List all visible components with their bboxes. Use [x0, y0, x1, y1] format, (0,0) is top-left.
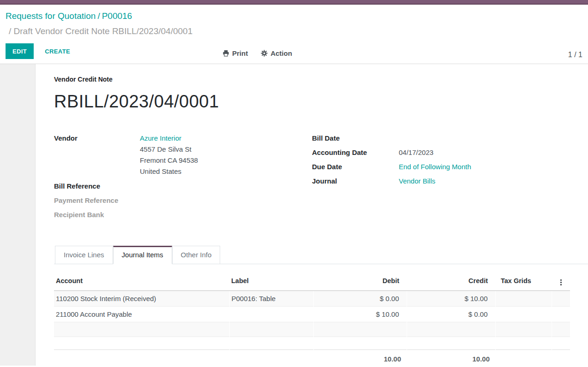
field-payment-reference: Payment Reference [54, 195, 312, 206]
action-button[interactable]: Action [261, 49, 292, 57]
cell-debit[interactable]: $ 0.00 [313, 291, 407, 307]
field-accounting-date: Accounting Date 04/17/2023 [312, 147, 588, 158]
vendor-address-line3: United States [140, 166, 198, 177]
cell-tax-grids[interactable] [495, 307, 552, 322]
journal-label: Journal [312, 176, 399, 187]
journal-items-table-wrap: Account Label Debit Credit Tax Grids 110… [54, 271, 588, 367]
payment-reference-label: Payment Reference [54, 195, 140, 206]
breadcrumb-current: / Draft Vendor Credit Note RBILL/2023/04… [9, 26, 582, 37]
table-row[interactable]: 211000 Account Payable $ 10.00 $ 0.00 [54, 307, 570, 322]
cell-account[interactable]: 211000 Account Payable [54, 307, 229, 322]
main-area: Vendor Credit Note RBILL/2023/04/0001 Ve… [0, 64, 588, 366]
breadcrumb-link-p00016[interactable]: P00016 [102, 11, 132, 21]
left-gutter [0, 64, 36, 366]
cell-credit[interactable]: $ 0.00 [407, 307, 495, 322]
app-brand-bar [0, 0, 588, 5]
cell-label[interactable] [229, 307, 313, 322]
column-header-account[interactable]: Account [54, 271, 229, 291]
journal-items-table: Account Label Debit Credit Tax Grids 110… [54, 271, 570, 367]
table-row-empty[interactable] [54, 322, 570, 337]
column-header-debit[interactable]: Debit [313, 271, 407, 291]
field-journal: Journal Vendor Bills [312, 176, 588, 187]
kebab-menu-icon[interactable] [558, 278, 564, 286]
field-vendor: Vendor Azure Interior 4557 De Silva St F… [54, 133, 312, 177]
table-header-row: Account Label Debit Credit Tax Grids [54, 271, 570, 291]
cell-tax-grids[interactable] [495, 291, 552, 307]
cell-debit[interactable]: $ 10.00 [313, 307, 407, 322]
print-action-group: Print Action [222, 49, 292, 57]
vendor-link[interactable]: Azure Interior [140, 134, 181, 142]
bill-reference-label: Bill Reference [54, 181, 140, 192]
edit-button[interactable]: EDIT [6, 43, 34, 59]
column-header-label[interactable]: Label [229, 271, 313, 291]
field-due-date: Due Date End of Following Month [312, 161, 588, 172]
printer-icon [222, 50, 229, 57]
accounting-date-value: 04/17/2023 [399, 147, 433, 158]
vendor-address-line2: Fremont CA 94538 [140, 155, 198, 166]
due-date-link[interactable]: End of Following Month [399, 163, 471, 171]
field-bill-date: Bill Date [312, 133, 588, 144]
total-credit: 10.00 [407, 350, 495, 367]
cell-credit[interactable]: $ 10.00 [407, 291, 495, 307]
control-panel: Requests for Quotation/P00016 / Draft Ve… [0, 5, 588, 64]
print-button[interactable]: Print [222, 49, 248, 57]
column-header-credit[interactable]: Credit [407, 271, 495, 291]
accounting-date-label: Accounting Date [312, 147, 399, 158]
button-row: EDIT CREATE [6, 43, 582, 59]
journal-link[interactable]: Vendor Bills [399, 177, 435, 185]
cell-label[interactable]: P00016: Table [229, 291, 313, 307]
bill-date-label: Bill Date [312, 133, 399, 144]
breadcrumb-separator: / [96, 11, 102, 21]
document-type-label: Vendor Credit Note [54, 76, 588, 83]
action-label: Action [270, 49, 292, 57]
table-footer-row: 10.00 10.00 [54, 350, 570, 367]
field-group-left: Vendor Azure Interior 4557 De Silva St F… [54, 133, 312, 224]
table-spacer [54, 337, 570, 350]
field-recipient-bank: Recipient Bank [54, 209, 312, 220]
tab-invoice-lines[interactable]: Invoice Lines [55, 246, 113, 264]
form-sheet: Vendor Credit Note RBILL/2023/04/0001 Ve… [36, 64, 588, 366]
column-header-tax-grids[interactable]: Tax Grids [495, 271, 552, 291]
create-button[interactable]: CREATE [45, 48, 70, 55]
field-group-right: Bill Date Accounting Date 04/17/2023 Due… [312, 133, 588, 224]
tab-journal-items[interactable]: Journal Items [113, 246, 172, 264]
field-bill-reference: Bill Reference [54, 181, 312, 192]
cell-account[interactable]: 110200 Stock Interim (Received) [54, 291, 229, 307]
breadcrumb: Requests for Quotation/P00016 [6, 11, 582, 22]
notebook-tabs: Invoice Lines Journal Items Other Info [54, 246, 588, 264]
recipient-bank-label: Recipient Bank [54, 209, 140, 220]
due-date-label: Due Date [312, 161, 399, 172]
print-label: Print [232, 49, 248, 57]
total-debit: 10.00 [313, 350, 407, 367]
document-title: RBILL/2023/04/0001 [54, 91, 588, 112]
breadcrumb-link-requests-for-quotation[interactable]: Requests for Quotation [6, 11, 96, 21]
vendor-address-line1: 4557 De Silva St [140, 144, 198, 155]
table-row[interactable]: 110200 Stock Interim (Received) P00016: … [54, 291, 570, 307]
tab-other-info[interactable]: Other Info [172, 246, 221, 264]
vendor-label: Vendor [54, 133, 140, 177]
vendor-value: Azure Interior 4557 De Silva St Fremont … [140, 133, 198, 177]
record-pager[interactable]: 1 / 1 [568, 51, 582, 59]
gear-icon [261, 50, 268, 57]
field-groups: Vendor Azure Interior 4557 De Silva St F… [54, 133, 588, 224]
